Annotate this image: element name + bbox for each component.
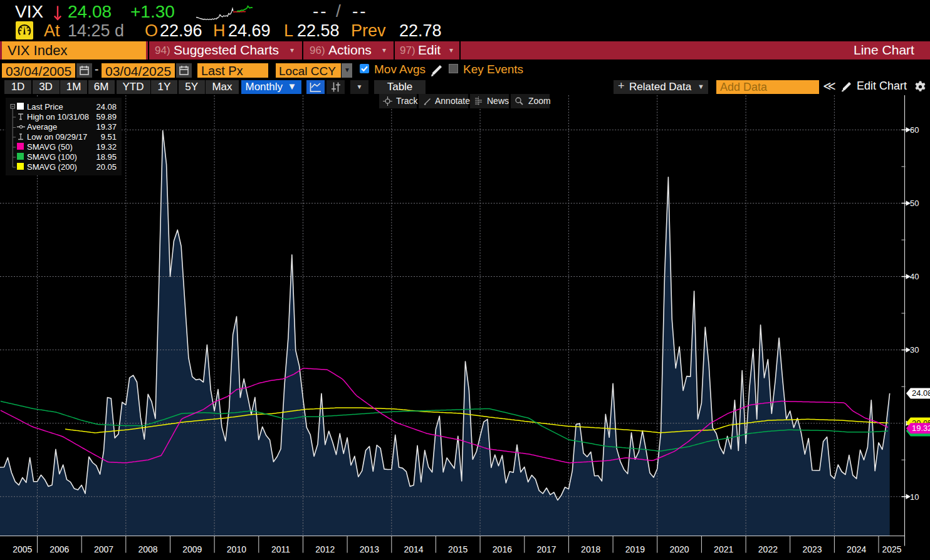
svg-text:2013: 2013 [360, 544, 379, 554]
svg-text:2005: 2005 [13, 544, 32, 554]
svg-text:2008: 2008 [138, 544, 158, 554]
svg-text:10: 10 [910, 492, 919, 502]
svg-text:2021: 2021 [714, 544, 733, 554]
svg-text:2023: 2023 [802, 544, 822, 554]
svg-text:2012: 2012 [315, 544, 335, 554]
svg-text:2010: 2010 [227, 544, 246, 554]
svg-text:2015: 2015 [448, 544, 468, 554]
svg-text:50: 50 [910, 199, 919, 208]
svg-text:30: 30 [910, 345, 919, 355]
svg-text:2017: 2017 [537, 544, 556, 554]
svg-text:2007: 2007 [94, 544, 113, 554]
svg-text:40: 40 [910, 272, 919, 281]
svg-text:2018: 2018 [581, 544, 600, 554]
svg-text:2006: 2006 [50, 544, 69, 554]
svg-text:2014: 2014 [404, 544, 424, 554]
svg-text:2016: 2016 [493, 544, 512, 554]
svg-text:2024: 2024 [847, 544, 866, 554]
svg-text:2022: 2022 [758, 544, 778, 554]
svg-text:2011: 2011 [271, 544, 290, 554]
svg-text:2019: 2019 [625, 544, 645, 554]
svg-text:2020: 2020 [669, 544, 689, 554]
svg-text:2009: 2009 [182, 544, 202, 554]
svg-text:24.08: 24.08 [912, 388, 930, 398]
svg-text:60: 60 [910, 125, 919, 135]
svg-text:2025: 2025 [882, 544, 901, 554]
svg-text:19.32: 19.32 [912, 423, 930, 433]
